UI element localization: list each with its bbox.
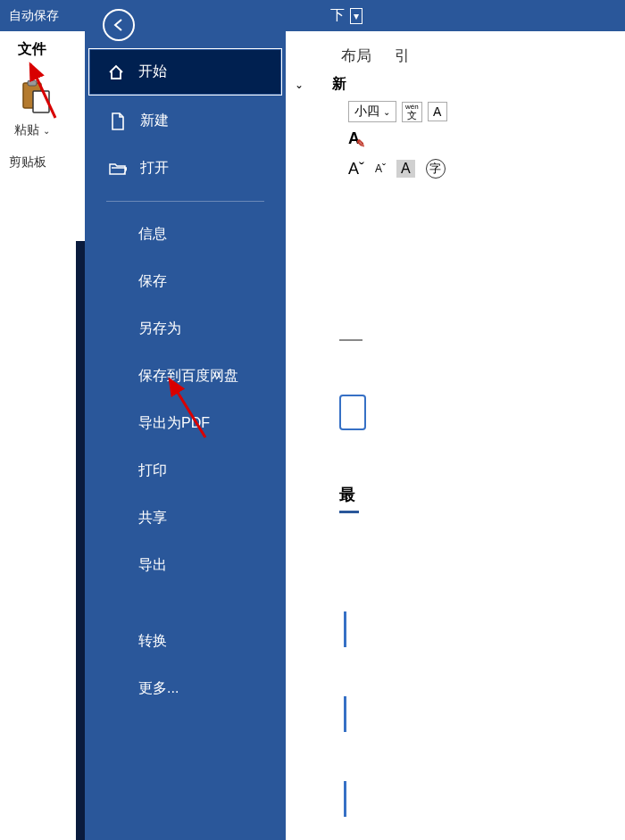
menu-info[interactable]: 信息 <box>85 211 286 258</box>
chevron-down-icon: ⌄ <box>383 107 390 117</box>
menu-exportpdf[interactable]: 导出为PDF <box>85 400 286 447</box>
back-button[interactable] <box>103 9 135 41</box>
phonetic-guide-button[interactable]: wén 文 <box>402 102 422 122</box>
menu-start[interactable]: 开始 <box>90 50 280 94</box>
menu-saveas-label: 另存为 <box>138 320 181 338</box>
shrink-font-button[interactable]: Aˇ <box>375 162 386 175</box>
caret-down-icon[interactable]: ⌄ <box>295 79 304 91</box>
menu-open-label: 打开 <box>140 159 169 178</box>
menu-divider <box>106 201 264 202</box>
wen-bot: 文 <box>405 111 419 121</box>
menu-exportpdf-label: 导出为PDF <box>138 414 210 433</box>
menu-save[interactable]: 保存 <box>85 258 286 305</box>
menu-save-label: 保存 <box>138 272 167 291</box>
enclose-char-button[interactable]: 字 <box>426 159 446 179</box>
blank-document-template[interactable] <box>339 395 366 430</box>
menu-saveas[interactable]: 另存为 <box>85 305 286 353</box>
open-folder-icon <box>108 162 128 176</box>
font-size-value: 小四 <box>354 104 379 120</box>
menu-savebaidu[interactable]: 保存到百度网盘 <box>85 353 286 400</box>
font-size-select[interactable]: 小四 ⌄ <box>348 101 396 122</box>
file-menu: 开始 新建 打开 信息 保存 另存为 保存到百度网盘 导出为PDF 打印 共享 … <box>85 0 286 840</box>
recent-underline <box>339 511 359 513</box>
recent-item[interactable] <box>339 696 346 732</box>
right-titlebar: 下 ▾ <box>286 0 625 31</box>
menu-more[interactable]: 更多... <box>85 665 286 712</box>
menu-share-label: 共享 <box>138 509 167 528</box>
dark-strip <box>76 241 85 840</box>
recent-item[interactable] <box>339 611 346 647</box>
tab-references[interactable]: 引 <box>395 46 410 66</box>
menu-export-label: 导出 <box>138 556 167 575</box>
svg-rect-1 <box>28 80 37 86</box>
autosave-label: 自动保存 <box>0 8 59 24</box>
tab-layout[interactable]: 布局 <box>341 46 371 66</box>
new-doc-icon <box>108 112 128 130</box>
chevron-down-icon: ⌄ <box>43 126 50 136</box>
menu-print[interactable]: 打印 <box>85 447 286 495</box>
recent-item[interactable] <box>339 781 346 817</box>
file-tab[interactable]: 文件 <box>0 32 64 67</box>
paste-label-text: 粘贴 <box>14 122 39 138</box>
menu-new-label: 新建 <box>140 112 169 130</box>
menu-info-label: 信息 <box>138 225 167 244</box>
paste-button[interactable]: 粘贴 ⌄ <box>14 122 85 138</box>
menu-export[interactable]: 导出 <box>85 542 286 589</box>
qat-dropdown-icon[interactable]: ▾ <box>350 8 362 24</box>
home-icon <box>106 64 126 80</box>
menu-savebaidu-label: 保存到百度网盘 <box>138 367 238 386</box>
pen-icon: ✎ <box>356 137 365 150</box>
grow-font-button[interactable]: Aˇ <box>348 160 364 179</box>
new-label: 新 <box>332 75 346 94</box>
highlight-button[interactable]: A <box>396 160 415 178</box>
divider-line <box>339 339 362 341</box>
menu-print-label: 打印 <box>138 462 167 480</box>
paste-icon[interactable] <box>14 76 57 119</box>
qat-down-label[interactable]: 下 <box>330 6 345 25</box>
menu-more-label: 更多... <box>138 679 179 698</box>
menu-start-label: 开始 <box>138 62 167 81</box>
menu-transform[interactable]: 转换 <box>85 618 286 665</box>
char-border-button[interactable]: A <box>428 102 447 121</box>
clipboard-section-label: 剪贴板 <box>0 154 85 170</box>
font-color-button[interactable]: A✎ <box>348 129 360 148</box>
menu-share[interactable]: 共享 <box>85 495 286 542</box>
menu-open[interactable]: 打开 <box>85 145 286 192</box>
menu-transform-label: 转换 <box>138 632 167 651</box>
recent-label: 最 <box>339 484 625 505</box>
svg-rect-2 <box>33 91 49 112</box>
menu-new[interactable]: 新建 <box>85 97 286 145</box>
